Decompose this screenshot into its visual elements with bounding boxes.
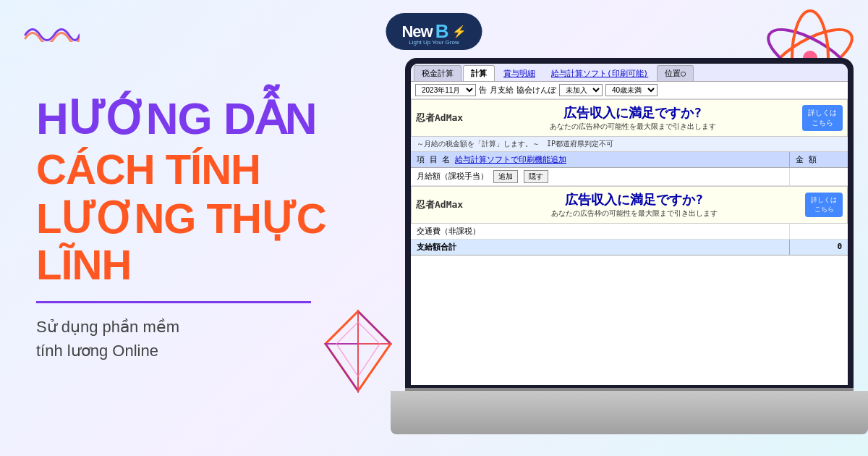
jp-insurance-select[interactable]: 未加入 [559, 84, 603, 96]
squiggle-decoration [22, 20, 80, 45]
jp-salary-label: 月給額（課税手当） 追加 隠す [411, 168, 790, 185]
jp-tab-zeikin[interactable]: 税金計算 [414, 65, 461, 81]
screen-inner: 税金計算 計算 賞与明細 給与計算ソフト(印刷可能) 位置○ 2023年11月 … [411, 64, 848, 385]
jp-tell-label: 告 [479, 85, 487, 96]
logo-new-text: New [401, 22, 432, 41]
jp-tab-ichi[interactable]: 位置○ [657, 65, 694, 81]
jp-ad-logo-2: 忍者AdMax [416, 198, 463, 211]
jp-ad-sub-2: あなたの広告枠の可能性を最大限まで引き出します [469, 208, 799, 219]
jp-th-link[interactable]: 給与計算ソフトで印刷機能追加 [455, 155, 566, 164]
jp-ad-btn2-line1: 詳しくは [811, 195, 837, 205]
laptop-screen: 税金計算 計算 賞与明細 給与計算ソフト(印刷可能) 位置○ 2023年11月 … [405, 58, 854, 391]
jp-ad-main-1: 広告収入に満足ですか? [469, 104, 796, 122]
jp-year-month-select[interactable]: 2023年11月 [415, 84, 476, 96]
jp-tab-shoyo[interactable]: 賞与明細 [496, 66, 542, 81]
jp-ad-btn-1[interactable]: 詳しくは こちら [802, 105, 843, 131]
jp-hide-button[interactable]: 隠す [524, 170, 548, 183]
page-background: New B ⚡ Light Up Your Grow HƯỚNG DẪN CÁC… [0, 0, 868, 456]
jp-ad-btn-line1: 詳しくは [808, 108, 837, 118]
jp-ad-btn-line2: こちら [808, 118, 837, 128]
divider-line [36, 301, 311, 303]
laptop-base [391, 391, 868, 434]
jp-total-label: 支給額合計 [411, 240, 790, 255]
jp-total-row: 支給額合計 0 [411, 240, 848, 256]
laptop-container: 税金計算 計算 賞与明細 給与計算ソフト(印刷可能) 位置○ 2023年11月 … [405, 58, 854, 434]
svg-marker-7 [326, 344, 358, 391]
jp-salary-amount [790, 174, 848, 179]
jp-transport-row: 交通費（非課税） [411, 224, 848, 240]
jp-ad-logo-1: 忍者AdMax [416, 111, 463, 124]
title-line3: LƯƠNG THỰC LĨNH [36, 195, 369, 288]
jp-ad-banner-2: 忍者AdMax 広告収入に満足ですか? あなたの広告枠の可能性を最大限まで引き出… [411, 186, 848, 224]
jp-table-header: 項 目 名 給与計算ソフトで印刷機能追加 金 額 [411, 152, 848, 168]
jp-software-ui: 税金計算 計算 賞与明細 給与計算ソフト(印刷可能) 位置○ 2023年11月 … [411, 64, 848, 385]
jp-ad-text-1: 広告収入に満足ですか? あなたの広告枠の可能性を最大限まで引き出します [469, 104, 796, 132]
title-line2: CÁCH TÍNH [36, 146, 369, 193]
jp-tab-keisan[interactable]: 計算 [463, 65, 495, 81]
jp-tab-kyuyo[interactable]: 給与計算ソフト(印刷可能) [544, 66, 655, 81]
jp-health-label: 協会けんぽ [516, 85, 556, 96]
jp-ad-text-2: 広告収入に満足ですか? あなたの広告枠の可能性を最大限まで引き出します [469, 191, 799, 219]
jp-ad-main-2: 広告収入に満足ですか? [469, 191, 799, 208]
jp-transport-label: 交通費（非課税） [411, 224, 790, 239]
jp-th-amount: 金 額 [790, 152, 848, 167]
jp-month-payment-label: 月支給 [490, 85, 514, 96]
jp-date-row: 2023年11月 告 月支給 協会けんぽ 未加入 40歳未満 [411, 82, 848, 99]
lightning-icon: ⚡ [452, 25, 467, 38]
jp-ad-btn2-line2: こちら [811, 205, 837, 214]
jp-add-button[interactable]: 追加 [493, 170, 518, 183]
jp-ad-sub-1: あなたの広告枠の可能性を最大限まで引き出します [469, 122, 796, 132]
jp-ad-btn-2[interactable]: 詳しくは こちら [805, 193, 843, 217]
jp-ad-banner-1: 忍者AdMax 広告収入に満足ですか? あなたの広告枠の可能性を最大限まで引き出… [411, 99, 848, 137]
logo-tagline: Light Up Your Grow [409, 39, 459, 46]
jp-salary-row: 月給額（課税手当） 追加 隠す [411, 168, 848, 186]
jp-tabs: 税金計算 計算 賞与明細 給与計算ソフト(印刷可能) 位置○ [411, 64, 848, 82]
jp-transport-amount [790, 229, 848, 234]
jp-notice: ～月給の税金額を「計算」します。～ IP都道府県判定不可 [411, 137, 848, 152]
svg-marker-8 [358, 344, 391, 391]
jp-total-value: 0 [790, 240, 848, 255]
logo-badge: New B ⚡ Light Up Your Grow [386, 13, 482, 50]
jp-th-name: 項 目 名 給与計算ソフトで印刷機能追加 [411, 152, 790, 167]
diamond-gem-icon [311, 304, 405, 398]
jp-age-select[interactable]: 40歳未満 [605, 84, 658, 96]
title-line1: HƯỚNG DẪN [36, 94, 369, 143]
